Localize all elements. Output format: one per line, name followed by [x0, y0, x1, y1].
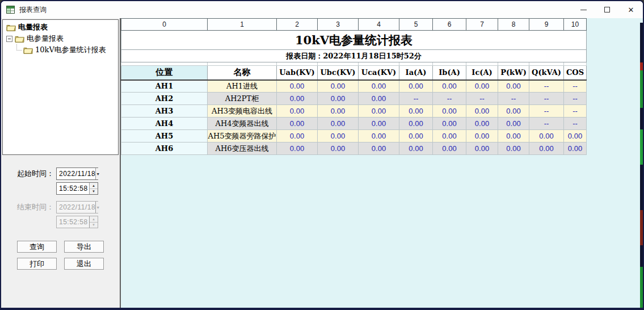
- start-time-spinner[interactable]: 15:52:58 ▲ ▼: [56, 182, 98, 195]
- column-index-header[interactable]: 0: [121, 19, 208, 31]
- value-cell[interactable]: 0.00: [466, 118, 498, 130]
- value-cell[interactable]: 0.00: [498, 130, 529, 143]
- column-header[interactable]: Q(kVA): [529, 66, 564, 80]
- value-cell[interactable]: 0.00: [399, 143, 433, 155]
- value-cell[interactable]: 0.00: [433, 105, 466, 118]
- value-cell[interactable]: 0.00: [359, 130, 399, 143]
- value-cell[interactable]: 0.00: [498, 118, 529, 130]
- column-index-header[interactable]: 1: [208, 19, 277, 31]
- location-cell[interactable]: AH2: [121, 93, 208, 105]
- maximize-button[interactable]: [595, 1, 619, 18]
- collapse-expander-icon[interactable]: [6, 36, 12, 42]
- column-index-header[interactable]: 7: [466, 19, 498, 31]
- column-header[interactable]: Ubc(KV): [318, 66, 359, 80]
- value-cell[interactable]: --: [529, 118, 564, 130]
- name-cell[interactable]: AH6变压器出线: [208, 143, 277, 155]
- value-cell[interactable]: --: [433, 93, 466, 105]
- column-header[interactable]: 名称: [208, 66, 277, 80]
- chevron-down-icon[interactable]: ▼: [95, 168, 100, 179]
- spinner-down-icon[interactable]: ▼: [90, 189, 98, 195]
- value-cell[interactable]: 0.00: [529, 130, 564, 143]
- value-cell[interactable]: 0.00: [498, 105, 529, 118]
- value-cell[interactable]: --: [498, 93, 529, 105]
- value-cell[interactable]: 0.00: [277, 143, 318, 155]
- value-cell[interactable]: 0.00: [498, 143, 529, 155]
- value-cell[interactable]: 0.00: [466, 130, 498, 143]
- value-cell[interactable]: --: [564, 93, 587, 105]
- value-cell[interactable]: 0.00: [433, 143, 466, 155]
- value-cell[interactable]: 0.00: [564, 143, 587, 155]
- column-header[interactable]: Ia(A): [399, 66, 433, 80]
- value-cell[interactable]: 0.00: [277, 130, 318, 143]
- value-cell[interactable]: 0.00: [359, 80, 399, 93]
- column-index-header[interactable]: 8: [498, 19, 529, 31]
- name-cell[interactable]: AH4变频器出线: [208, 118, 277, 130]
- export-button[interactable]: 导出: [64, 241, 104, 253]
- value-cell[interactable]: 0.00: [529, 143, 564, 155]
- value-cell[interactable]: 0.00: [359, 143, 399, 155]
- value-cell[interactable]: 0.00: [277, 93, 318, 105]
- value-cell[interactable]: 0.00: [318, 105, 359, 118]
- name-cell[interactable]: AH2PT柜: [208, 93, 277, 105]
- minimize-button[interactable]: [571, 1, 595, 18]
- column-index-header[interactable]: 3: [318, 19, 359, 31]
- column-header[interactable]: COS: [564, 66, 587, 80]
- value-cell[interactable]: 0.00: [318, 80, 359, 93]
- column-index-header[interactable]: 10: [564, 19, 587, 31]
- value-cell[interactable]: 0.00: [433, 80, 466, 93]
- value-cell[interactable]: --: [564, 105, 587, 118]
- column-index-header[interactable]: 9: [529, 19, 564, 31]
- value-cell[interactable]: 0.00: [433, 118, 466, 130]
- column-index-header[interactable]: 2: [277, 19, 318, 31]
- value-cell[interactable]: 0.00: [466, 80, 498, 93]
- tree-item-root[interactable]: 电量报表: [4, 22, 117, 33]
- value-cell[interactable]: 0.00: [318, 118, 359, 130]
- location-cell[interactable]: AH4: [121, 118, 208, 130]
- value-cell[interactable]: 0.00: [498, 80, 529, 93]
- location-cell[interactable]: AH3: [121, 105, 208, 118]
- column-header[interactable]: Uca(KV): [359, 66, 399, 80]
- value-cell[interactable]: --: [399, 93, 433, 105]
- tree-item-group[interactable]: 电参量报表: [4, 33, 117, 44]
- exit-button[interactable]: 退出: [64, 258, 104, 270]
- value-cell[interactable]: 0.00: [399, 105, 433, 118]
- name-cell[interactable]: AH1进线: [208, 80, 277, 93]
- value-cell[interactable]: --: [529, 80, 564, 93]
- column-index-header[interactable]: 4: [359, 19, 399, 31]
- value-cell[interactable]: 0.00: [399, 118, 433, 130]
- name-cell[interactable]: AH3变频电容出线: [208, 105, 277, 118]
- column-header[interactable]: Ib(A): [433, 66, 466, 80]
- value-cell[interactable]: 0.00: [359, 93, 399, 105]
- value-cell[interactable]: --: [564, 80, 587, 93]
- name-cell[interactable]: AH5变频器旁路保护: [208, 130, 277, 143]
- value-cell[interactable]: 0.00: [359, 118, 399, 130]
- value-cell[interactable]: --: [564, 118, 587, 130]
- value-cell[interactable]: 0.00: [318, 130, 359, 143]
- column-header[interactable]: Ic(A): [466, 66, 498, 80]
- value-cell[interactable]: 0.00: [564, 130, 587, 143]
- tree-item-report[interactable]: 10kV电参量统计报表: [4, 44, 117, 56]
- column-index-header[interactable]: 6: [433, 19, 466, 31]
- value-cell[interactable]: 0.00: [318, 93, 359, 105]
- spinner-up-icon[interactable]: ▲: [90, 183, 98, 189]
- value-cell[interactable]: --: [529, 93, 564, 105]
- value-cell[interactable]: 0.00: [399, 130, 433, 143]
- column-header[interactable]: 位置: [121, 66, 208, 80]
- value-cell[interactable]: 0.00: [359, 105, 399, 118]
- value-cell[interactable]: --: [529, 105, 564, 118]
- column-header[interactable]: Uab(KV): [277, 66, 318, 80]
- start-date-combobox[interactable]: 2022/11/18 ▼: [56, 167, 98, 180]
- location-cell[interactable]: AH1: [121, 80, 208, 93]
- close-button[interactable]: ✕: [619, 1, 643, 18]
- value-cell[interactable]: 0.00: [433, 130, 466, 143]
- print-button[interactable]: 打印: [17, 258, 57, 270]
- value-cell[interactable]: 0.00: [399, 80, 433, 93]
- location-cell[interactable]: AH5: [121, 130, 208, 143]
- column-header[interactable]: P(kW): [498, 66, 529, 80]
- value-cell[interactable]: 0.00: [277, 118, 318, 130]
- value-cell[interactable]: 0.00: [466, 105, 498, 118]
- value-cell[interactable]: 0.00: [466, 143, 498, 155]
- query-button[interactable]: 查询: [17, 241, 57, 253]
- value-cell[interactable]: 0.00: [277, 105, 318, 118]
- column-index-header[interactable]: 5: [399, 19, 433, 31]
